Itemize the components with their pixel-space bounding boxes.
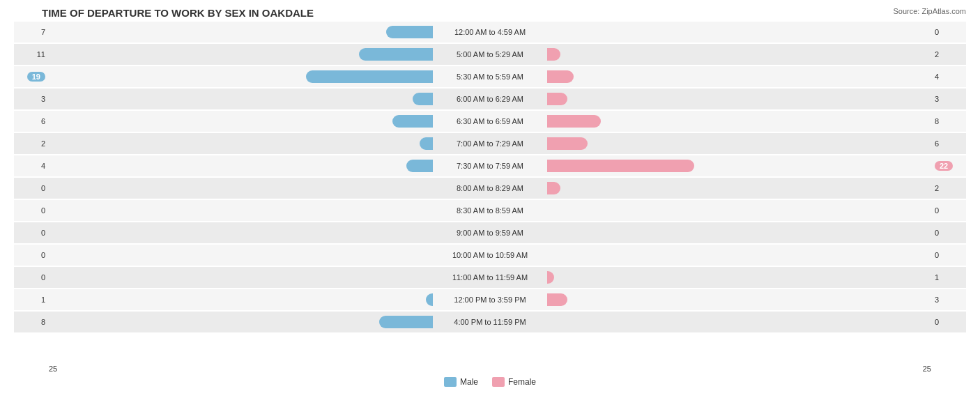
bars-section: 7:00 AM to 7:29 AM [49,137,931,150]
male-bar-wrap [49,26,434,38]
right-value: 0 [935,229,939,237]
time-label: 7:30 AM to 7:59 AM [434,162,546,170]
time-label: 10:00 AM to 10:59 AM [434,251,546,259]
male-value: 11 [14,50,49,59]
male-bar [392,115,433,128]
female-value: 3 [931,95,966,103]
female-bar [547,137,588,150]
time-label: 8:30 AM to 8:59 AM [434,206,546,215]
male-value: 7 [14,28,49,36]
left-value: 11 [37,50,45,59]
right-value: 4 [935,72,939,81]
left-value: 6 [41,117,45,125]
left-value: 8 [41,318,45,326]
legend: Male Female [14,377,966,387]
table-row: 0 8:00 AM to 8:29 AM 2 [14,178,966,199]
left-value: 3 [41,95,45,103]
male-bar-wrap [49,48,434,61]
right-value: 2 [935,50,939,59]
table-row: 0 8:30 AM to 8:59 AM 0 [14,200,966,221]
female-bar-wrap [546,182,931,194]
male-value: 19 [14,72,49,82]
male-value: 0 [14,184,49,192]
legend-male-label: Male [460,377,478,387]
male-bar-wrap [49,316,434,328]
female-bar-wrap [546,115,931,128]
table-row: 1 12:00 PM to 3:59 PM 3 [14,289,966,310]
bars-section: 12:00 PM to 3:59 PM [49,293,931,306]
male-bar-wrap [49,115,434,128]
female-badge: 22 [935,161,953,171]
legend-female-icon [492,377,505,387]
time-label: 6:30 AM to 6:59 AM [434,117,546,125]
time-label: 9:00 AM to 9:59 AM [434,229,546,237]
male-bar-wrap [49,160,434,172]
male-bar [426,293,433,306]
left-value: 0 [41,273,45,282]
female-bar-wrap [546,271,931,284]
male-bar-wrap [49,137,434,150]
bars-section: 9:00 AM to 9:59 AM [49,227,931,239]
time-label: 12:00 AM to 4:59 AM [434,28,546,36]
female-bar-wrap [546,137,931,150]
time-label: 8:00 AM to 8:29 AM [434,184,546,192]
female-bar [547,160,694,172]
male-bar [386,26,433,38]
chart-source: Source: ZipAtlas.com [893,7,966,15]
male-value: 8 [14,318,49,326]
male-bar-wrap [49,227,434,239]
right-value: 0 [935,318,939,326]
bars-section: 6:00 AM to 6:29 AM [49,93,931,105]
male-value: 0 [14,251,49,259]
male-bar [420,137,433,150]
time-label: 4:00 PM to 11:59 PM [434,318,546,326]
male-bar [306,70,433,83]
right-value: 6 [935,139,939,148]
chart-title: TIME OF DEPARTURE TO WORK BY SEX IN OAKD… [14,7,966,19]
time-label: 5:00 AM to 5:29 AM [434,50,546,59]
axis-left-label: 25 [49,365,57,373]
table-row: 0 9:00 AM to 9:59 AM 0 [14,222,966,243]
time-label: 5:30 AM to 5:59 AM [434,72,546,81]
female-value: 2 [931,50,966,59]
female-bar [547,93,567,105]
table-row: 7 12:00 AM to 4:59 AM 0 [14,22,966,43]
female-value: 6 [931,139,966,148]
male-bar-wrap [49,93,434,105]
bars-section: 6:30 AM to 6:59 AM [49,115,931,128]
bars-section: 4:00 PM to 11:59 PM [49,316,931,328]
bars-section: 8:30 AM to 8:59 AM [49,204,931,217]
legend-male: Male [444,377,478,387]
table-row: 19 5:30 AM to 5:59 AM 4 [14,66,966,87]
male-value: 3 [14,95,49,103]
time-label: 12:00 PM to 3:59 PM [434,296,546,304]
time-label: 11:00 AM to 11:59 AM [434,273,546,282]
female-value: 0 [931,206,966,215]
right-value: 1 [935,273,939,282]
legend-female-label: Female [508,377,536,387]
female-value: 22 [931,161,966,171]
right-value: 0 [935,206,939,215]
male-value: 2 [14,139,49,148]
table-row: 0 11:00 AM to 11:59 AM 1 [14,267,966,288]
female-value: 0 [931,28,966,36]
axis-labels: 25 25 [14,365,966,373]
female-bar [547,48,560,61]
female-bar-wrap [546,227,931,239]
right-value: 0 [935,251,939,259]
female-value: 1 [931,273,966,282]
male-bar-wrap [49,182,434,194]
time-label: 6:00 AM to 6:29 AM [434,95,546,103]
legend-male-icon [444,377,457,387]
female-bar [547,182,560,194]
male-bar [413,93,433,105]
female-value: 8 [931,117,966,125]
male-value: 4 [14,162,49,170]
female-value: 0 [931,318,966,326]
chart-container: TIME OF DEPARTURE TO WORK BY SEX IN OAKD… [0,0,980,414]
female-value: 2 [931,184,966,192]
table-row: 2 7:00 AM to 7:29 AM 6 [14,133,966,154]
female-value: 0 [931,251,966,259]
female-bar [547,293,567,306]
left-value: 0 [41,251,45,259]
